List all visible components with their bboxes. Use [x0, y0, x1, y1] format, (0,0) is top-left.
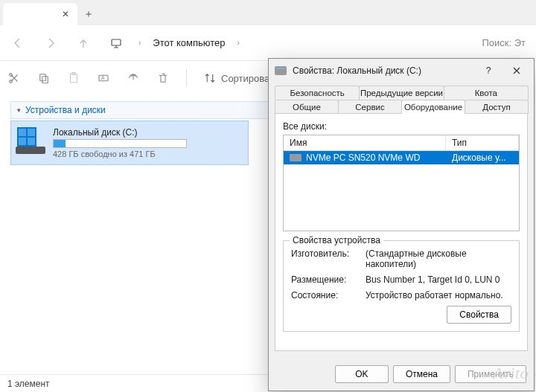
windows-logo-icon — [17, 127, 36, 147]
prop-location: Размещение: Bus Number 1, Target Id 0, L… — [291, 274, 511, 285]
tab-previous-versions[interactable]: Предыдущие версии — [359, 86, 444, 100]
search-input[interactable]: Поиск: Эт — [482, 37, 529, 48]
tab-active[interactable]: ✕ — [3, 3, 77, 25]
delete-button[interactable] — [156, 71, 170, 85]
tab-general[interactable]: Общие — [275, 100, 339, 114]
hdd-icon — [290, 154, 302, 161]
titlebar[interactable]: Свойства: Локальный диск (C:) ? — [269, 59, 534, 83]
watermark: Avito — [493, 364, 529, 383]
copy-button[interactable] — [37, 71, 51, 85]
cancel-button[interactable]: Отмена — [393, 365, 450, 383]
col-type[interactable]: Тип — [446, 135, 519, 150]
breadcrumb-chevron[interactable]: › — [237, 39, 240, 47]
pc-icon — [106, 33, 127, 54]
list-header[interactable]: Имя Тип — [284, 135, 519, 151]
tab-panel-hardware: Все диски: Имя Тип NVMe PC SN520 NVMe WD… — [275, 113, 528, 351]
drive-item-c[interactable]: Локальный диск (C:) 428 ГБ свободно из 4… — [10, 121, 249, 165]
tabs: Безопасность Предыдущие версии Квота Общ… — [269, 83, 534, 114]
browser-tabstrip: ✕ ＋ — [0, 0, 536, 25]
share-button[interactable] — [127, 71, 140, 85]
new-tab-button[interactable]: ＋ — [77, 3, 100, 25]
tab-sharing[interactable]: Доступ — [465, 100, 529, 114]
tab-security[interactable]: Безопасность — [275, 86, 360, 100]
properties-dialog: Свойства: Локальный диск (C:) ? Безопасн… — [268, 58, 535, 391]
tab-hardware[interactable]: Оборудование — [401, 100, 465, 114]
caret-down-icon: ▾ — [17, 106, 21, 114]
cut-button[interactable] — [7, 71, 21, 85]
svg-rect-4 — [42, 77, 48, 83]
paste-button[interactable] — [67, 71, 80, 85]
prop-status: Состояние: Устройство работает нормально… — [291, 290, 511, 301]
drive-free-space: 428 ГБ свободно из 471 ГБ — [53, 150, 243, 158]
col-name[interactable]: Имя — [284, 135, 446, 150]
tab-tools[interactable]: Сервис — [338, 100, 402, 114]
dialog-title: Свойства: Локальный диск (C:) — [293, 65, 474, 76]
drive-icon — [16, 127, 45, 154]
svg-rect-3 — [40, 74, 46, 81]
device-properties-group: Свойства устройства Изготовитель: (Станд… — [283, 240, 520, 332]
breadcrumb-chevron[interactable]: › — [138, 39, 141, 47]
drive-usage-bar — [53, 139, 187, 148]
ok-button[interactable]: OK — [335, 365, 389, 383]
list-item[interactable]: NVMe PC SN520 NVMe WD Дисковые у... — [284, 151, 519, 164]
close-button[interactable] — [502, 60, 531, 81]
address-bar: › Этот компьютер › Поиск: Эт — [0, 25, 536, 61]
status-item-count: 1 элемент — [7, 379, 50, 389]
rename-button[interactable]: A — [97, 71, 110, 85]
group-legend: Свойства устройства — [290, 235, 383, 245]
list-item-name: NVMe PC SN520 NVMe WD — [306, 152, 420, 163]
breadcrumb[interactable]: Этот компьютер — [153, 37, 225, 48]
prop-manufacturer: Изготовитель: (Стандартные дисковые нако… — [291, 248, 511, 269]
back-button[interactable] — [7, 33, 28, 54]
list-item-type: Дисковые у... — [446, 151, 519, 164]
close-tab-icon[interactable]: ✕ — [61, 10, 70, 19]
svg-text:A: A — [101, 75, 105, 80]
section-label: Устройства и диски — [25, 105, 106, 115]
all-drives-label: Все диски: — [283, 121, 520, 132]
tab-quota[interactable]: Квота — [444, 86, 529, 100]
up-button[interactable] — [73, 33, 94, 54]
drive-name: Локальный диск (C:) — [53, 127, 243, 138]
drive-info: Локальный диск (C:) 428 ГБ свободно из 4… — [53, 127, 243, 158]
hdd-icon — [16, 147, 45, 154]
forward-button[interactable] — [40, 33, 61, 54]
device-properties-button[interactable]: Свойства — [447, 306, 511, 324]
separator — [186, 69, 187, 87]
drives-listview[interactable]: Имя Тип NVMe PC SN520 NVMe WD Дисковые у… — [283, 135, 520, 231]
disk-icon — [275, 66, 287, 75]
svg-rect-0 — [112, 39, 121, 45]
help-button[interactable]: ? — [474, 60, 502, 81]
